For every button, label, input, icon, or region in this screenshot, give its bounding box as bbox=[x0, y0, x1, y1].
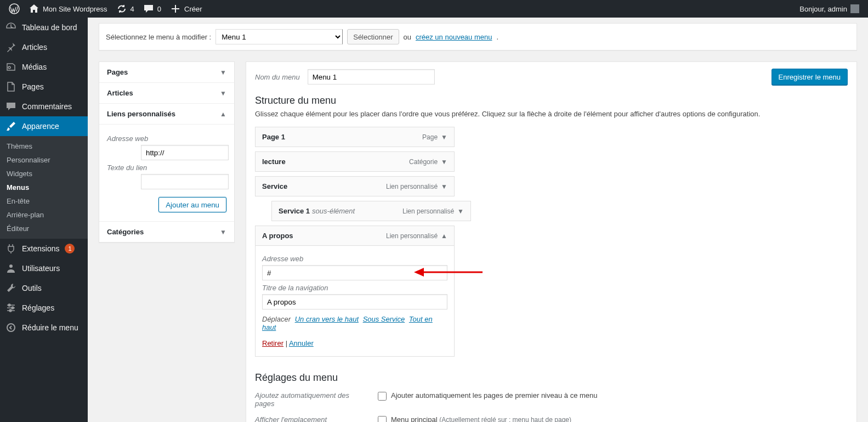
menu-item-lecture[interactable]: lecture Catégorie▼ bbox=[255, 151, 455, 172]
menu-item-type: Page bbox=[422, 133, 438, 141]
updates-count: 4 bbox=[131, 5, 134, 13]
custom-link-text-input[interactable] bbox=[141, 174, 229, 189]
menu-appearance-label: Apparence bbox=[22, 122, 59, 131]
accordion-custom-links-label: Liens personnalisés bbox=[107, 110, 175, 118]
location-primary-label[interactable]: Menu principal (Actuellement réglé sur :… bbox=[378, 414, 571, 422]
menu-item-type: Lien personnalisé bbox=[386, 183, 438, 190]
accordion-categories[interactable]: Catégories ▼ bbox=[99, 222, 234, 242]
accordion-pages[interactable]: Pages ▼ bbox=[99, 62, 234, 83]
caret-down-icon: ▼ bbox=[220, 228, 226, 236]
move-label: Déplacer bbox=[262, 315, 291, 323]
menu-posts[interactable]: Articles bbox=[0, 37, 88, 57]
submenu-menus[interactable]: Menus bbox=[0, 181, 88, 194]
menu-name-label: Nom du menu bbox=[255, 73, 300, 81]
my-account-menu[interactable]: Bonjour, admin bbox=[795, 0, 864, 18]
menu-plugins[interactable]: Extensions 1 bbox=[0, 239, 88, 258]
menu-item-title: lecture bbox=[262, 157, 286, 166]
menu-collapse-label: Réduire le menu bbox=[22, 323, 78, 332]
item-nav-title-input[interactable] bbox=[262, 294, 447, 310]
admin-menu: Tableau de bord Articles Médias Pages Co… bbox=[0, 18, 88, 422]
menu-users[interactable]: Utilisateurs bbox=[0, 258, 88, 278]
accordion-custom-links[interactable]: Liens personnalisés ▲ bbox=[99, 104, 234, 125]
custom-link-url-input[interactable] bbox=[141, 145, 229, 160]
wp-logo-menu[interactable] bbox=[4, 0, 24, 18]
svg-point-5 bbox=[7, 324, 15, 331]
menu-structure-list: Page 1 Page▼ bbox=[255, 127, 455, 147]
select-menu-button[interactable]: Sélectionner bbox=[347, 29, 399, 44]
move-under-link[interactable]: Sous Service bbox=[363, 315, 405, 323]
wrench-icon bbox=[5, 283, 16, 294]
url-label: Adresse web bbox=[107, 134, 226, 143]
menu-item-service[interactable]: Service Lien personnalisé▼ bbox=[255, 176, 455, 196]
new-content-menu[interactable]: Créer bbox=[166, 0, 207, 18]
svg-point-1 bbox=[9, 265, 13, 268]
location-primary-checkbox[interactable] bbox=[378, 416, 387, 422]
submenu-background[interactable]: Arrière-plan bbox=[0, 208, 88, 222]
wordpress-icon bbox=[9, 3, 20, 14]
menu-media[interactable]: Médias bbox=[0, 57, 88, 77]
move-up-link[interactable]: Un cran vers le haut bbox=[295, 315, 359, 323]
menu-item-title: Service bbox=[262, 182, 287, 190]
or-text: ou bbox=[404, 33, 411, 41]
menu-pages[interactable]: Pages bbox=[0, 77, 88, 97]
auto-add-label: Ajoutez automatiquement des pages bbox=[255, 390, 365, 408]
menu-item-service1[interactable]: Service 1sous-élément Lien personnalisé▼ bbox=[271, 201, 471, 221]
menu-item-apropos[interactable]: A propos Lien personnalisé▲ bbox=[255, 226, 455, 246]
comments-menu[interactable]: 0 bbox=[139, 0, 166, 18]
user-icon bbox=[5, 263, 16, 274]
menu-posts-label: Articles bbox=[22, 43, 47, 52]
accordion-articles[interactable]: Articles ▼ bbox=[99, 83, 234, 104]
accordion-categories-label: Catégories bbox=[107, 228, 144, 236]
menu-item-type: Lien personnalisé bbox=[402, 207, 454, 215]
custom-links-body: Adresse web Texte du lien Ajouter au men… bbox=[99, 125, 234, 222]
plugins-badge: 1 bbox=[65, 244, 75, 254]
sliders-icon bbox=[5, 302, 16, 313]
add-to-menu-button[interactable]: Ajouter au menu bbox=[158, 197, 226, 212]
site-name-menu[interactable]: Mon Site Wordpress bbox=[24, 0, 112, 18]
submenu-customize[interactable]: Personnaliser bbox=[0, 153, 88, 167]
caret-down-icon: ▼ bbox=[441, 158, 447, 166]
menu-collapse[interactable]: Réduire le menu bbox=[0, 318, 88, 337]
remove-item-link[interactable]: Retirer bbox=[262, 339, 283, 347]
appearance-submenu: Thèmes Personnaliser Widgets Menus En-tê… bbox=[0, 136, 88, 239]
submenu-header[interactable]: En-tête bbox=[0, 194, 88, 208]
admin-toolbar: Mon Site Wordpress 4 0 Créer Bonjour, ad… bbox=[0, 0, 868, 18]
collapse-icon bbox=[5, 322, 16, 333]
menu-plugins-label: Extensions bbox=[22, 244, 59, 253]
menu-name-input[interactable] bbox=[308, 69, 435, 85]
menu-selector-label: Sélectionnez le menu à modifier : bbox=[106, 33, 211, 41]
menu-settings[interactable]: Réglages bbox=[0, 298, 88, 318]
content-area: Sélectionnez le menu à modifier : Menu 1… bbox=[88, 0, 868, 422]
auto-add-checkbox-label[interactable]: Ajouter automatiquement les pages de pre… bbox=[378, 390, 598, 402]
menu-appearance[interactable]: Apparence bbox=[0, 116, 88, 136]
add-items-accordion: Pages ▼ Articles ▼ Liens personnalisés ▲… bbox=[99, 61, 235, 243]
updates-menu[interactable]: 4 bbox=[112, 0, 139, 18]
comment-icon bbox=[5, 101, 16, 112]
item-url-input[interactable] bbox=[262, 265, 447, 280]
menu-comments-label: Commentaires bbox=[22, 102, 72, 111]
caret-down-icon: ▼ bbox=[441, 183, 447, 190]
menu-comments[interactable]: Commentaires bbox=[0, 97, 88, 116]
accordion-articles-label: Articles bbox=[107, 89, 133, 97]
svg-point-4 bbox=[9, 310, 12, 312]
accordion-pages-label: Pages bbox=[107, 68, 128, 76]
menu-dashboard[interactable]: Tableau de bord bbox=[0, 18, 88, 37]
menu-editor-panel: Nom du menu Enregistrer le menu Structur… bbox=[246, 61, 857, 422]
caret-up-icon: ▲ bbox=[220, 110, 226, 118]
menu-tools[interactable]: Outils bbox=[0, 278, 88, 298]
submenu-widgets[interactable]: Widgets bbox=[0, 167, 88, 181]
menu-tools-label: Outils bbox=[22, 284, 42, 292]
menu-item-title: A propos bbox=[262, 232, 293, 240]
item-nav-title-label: Titre de la navigation bbox=[262, 284, 447, 292]
menu-pages-label: Pages bbox=[22, 82, 44, 91]
save-menu-button[interactable]: Enregistrer le menu bbox=[771, 69, 848, 85]
create-menu-link[interactable]: créez un nouveau menu bbox=[416, 33, 492, 41]
menu-selector-dropdown[interactable]: Menu 1 bbox=[215, 29, 343, 44]
menu-item-page1[interactable]: Page 1 Page▼ bbox=[255, 127, 455, 147]
menu-item-type: Catégorie bbox=[409, 158, 438, 166]
caret-down-icon: ▼ bbox=[220, 69, 226, 76]
auto-add-checkbox[interactable] bbox=[378, 392, 387, 401]
submenu-editor[interactable]: Éditeur bbox=[0, 222, 88, 235]
cancel-item-link[interactable]: Annuler bbox=[289, 339, 314, 347]
submenu-themes[interactable]: Thèmes bbox=[0, 139, 88, 153]
